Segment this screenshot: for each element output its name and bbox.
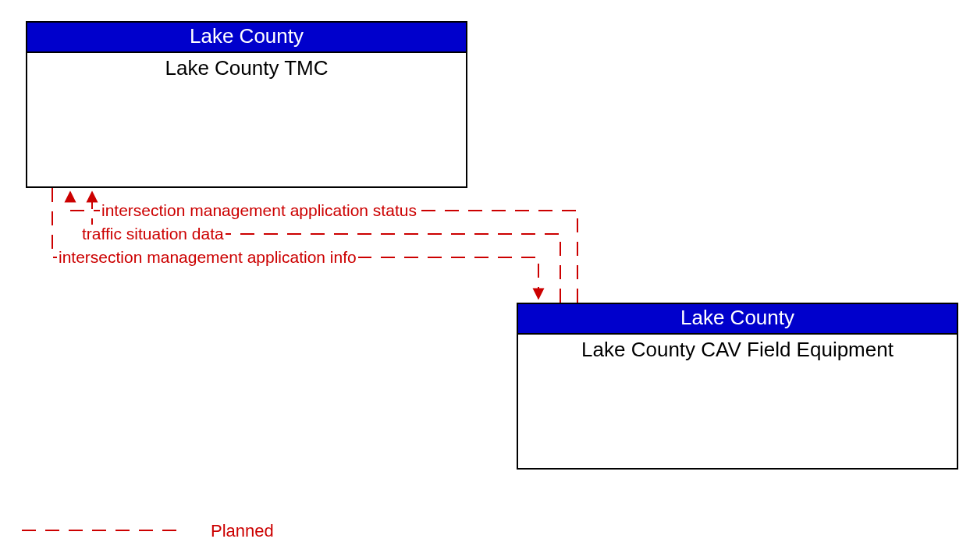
diagram-canvas: Lake County Lake County TMC Lake County … <box>0 0 977 560</box>
flow-label-status: intersection management application stat… <box>100 201 418 220</box>
node-cav: Lake County Lake County CAV Field Equipm… <box>517 303 958 470</box>
node-tmc: Lake County Lake County TMC <box>26 21 467 188</box>
flow-label-info: intersection management application info <box>57 248 358 267</box>
node-cav-header: Lake County <box>518 304 957 335</box>
node-tmc-header: Lake County <box>27 23 466 53</box>
flow-label-traffic: traffic situation data <box>80 225 226 243</box>
node-tmc-title: Lake County TMC <box>27 53 466 80</box>
legend-planned-label: Planned <box>211 521 274 541</box>
node-cav-title: Lake County CAV Field Equipment <box>518 335 957 362</box>
